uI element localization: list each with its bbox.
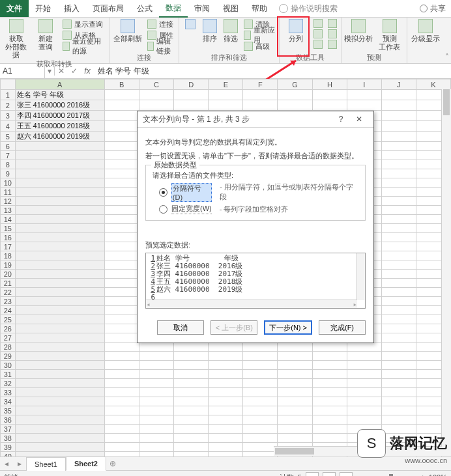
cell-C30[interactable]	[139, 361, 173, 370]
row-header-34[interactable]: 34	[1, 397, 16, 406]
cell-C37[interactable]	[139, 425, 173, 434]
name-box[interactable]: A1	[0, 64, 45, 78]
cell-A18[interactable]	[15, 251, 104, 260]
tab-formulas[interactable]: 公式	[130, 0, 159, 17]
cancel-button[interactable]: 取消	[157, 320, 204, 335]
cell-C1[interactable]	[139, 90, 173, 100]
row-header-30[interactable]: 30	[1, 361, 16, 370]
cell-F31[interactable]	[243, 370, 278, 379]
cell-B18[interactable]	[104, 251, 139, 260]
row-header-10[interactable]: 10	[1, 178, 16, 188]
col-header-H[interactable]: H	[312, 79, 347, 90]
cell-J29[interactable]	[381, 352, 416, 361]
cell-F34[interactable]	[243, 397, 278, 406]
cell-A32[interactable]	[15, 379, 104, 388]
cell-J6[interactable]	[381, 142, 416, 151]
cell-B12[interactable]	[104, 197, 139, 206]
cell-J8[interactable]	[381, 160, 416, 169]
cell-F29[interactable]	[243, 352, 278, 361]
what-if-analysis-button[interactable]: 模拟分析	[345, 19, 371, 43]
tab-insert[interactable]: 插入	[57, 0, 86, 17]
vertical-scrollbar[interactable]	[441, 89, 451, 456]
cell-A30[interactable]	[15, 361, 104, 370]
cell-E29[interactable]	[209, 352, 243, 361]
row-header-5[interactable]: 5	[1, 132, 16, 142]
row-header-40[interactable]: 40	[1, 452, 16, 457]
cell-G32[interactable]	[278, 379, 312, 388]
row-header-32[interactable]: 32	[1, 379, 16, 388]
share-button[interactable]: 共享	[420, 3, 446, 14]
cell-G29[interactable]	[278, 352, 312, 361]
cell-D35[interactable]	[174, 406, 209, 415]
row-header-37[interactable]: 37	[1, 425, 16, 434]
reapply-filter-button[interactable]: 重新应用	[244, 30, 275, 40]
sheet-tab-1[interactable]: Sheet1	[26, 457, 66, 471]
cell-H2[interactable]	[312, 100, 347, 111]
cell-C33[interactable]	[139, 388, 173, 397]
cancel-entry-button[interactable]	[55, 66, 68, 76]
cell-F40[interactable]	[243, 452, 278, 457]
cell-D34[interactable]	[174, 397, 209, 406]
cell-E30[interactable]	[209, 361, 243, 370]
advanced-filter-button[interactable]: 高级	[244, 41, 275, 51]
row-header-2[interactable]: 2	[1, 100, 16, 111]
row-header-6[interactable]: 6	[1, 142, 16, 151]
cell-C35[interactable]	[139, 406, 173, 415]
row-header-28[interactable]: 28	[1, 343, 16, 352]
cell-B5[interactable]	[104, 132, 139, 142]
cell-B25[interactable]	[104, 315, 139, 324]
page-break-view-button[interactable]	[340, 472, 353, 476]
cell-B26[interactable]	[104, 324, 139, 333]
cell-A35[interactable]	[15, 406, 104, 415]
data-validation-icon[interactable]	[313, 40, 323, 49]
cell-G37[interactable]	[278, 425, 312, 434]
cell-B15[interactable]	[104, 224, 139, 233]
col-header-C[interactable]: C	[139, 79, 173, 90]
cell-B20[interactable]	[104, 270, 139, 279]
cell-F35[interactable]	[243, 406, 278, 415]
row-header-1[interactable]: 1	[1, 90, 16, 100]
cell-A20[interactable]	[15, 270, 104, 279]
row-header-3[interactable]: 3	[1, 111, 16, 121]
radio-delimited[interactable]	[159, 188, 167, 197]
col-header-J[interactable]: J	[381, 79, 416, 90]
cell-C40[interactable]	[139, 452, 173, 457]
cell-E38[interactable]	[209, 434, 243, 443]
zoom-percent[interactable]: 100%	[429, 473, 447, 476]
tab-review[interactable]: 审阅	[188, 0, 216, 17]
consolidate-icon[interactable]	[328, 19, 337, 28]
next-button[interactable]: 下一步(N) >	[264, 320, 312, 335]
h-scroll-thumb[interactable]	[275, 448, 314, 455]
cell-D37[interactable]	[174, 425, 209, 434]
cell-G34[interactable]	[278, 397, 312, 406]
manage-data-model-icon[interactable]	[328, 40, 337, 49]
cell-D40[interactable]	[174, 452, 209, 457]
cell-A4[interactable]: 王五 41600000 2018级	[15, 121, 104, 132]
cell-A25[interactable]	[15, 315, 104, 324]
cell-F37[interactable]	[243, 425, 278, 434]
cell-B17[interactable]	[104, 242, 139, 251]
cell-G2[interactable]	[278, 100, 312, 111]
cell-C31[interactable]	[139, 370, 173, 379]
cell-B36[interactable]	[104, 415, 139, 425]
cell-A14[interactable]	[15, 215, 104, 224]
cell-J16[interactable]	[381, 233, 416, 242]
cell-B10[interactable]	[104, 178, 139, 188]
cell-I36[interactable]	[347, 415, 381, 425]
add-sheet-button[interactable]: ⊕	[106, 459, 119, 468]
cell-D2[interactable]	[174, 100, 209, 111]
tab-file[interactable]: 文件	[0, 0, 29, 17]
cell-B23[interactable]	[104, 297, 139, 306]
cell-D29[interactable]	[174, 352, 209, 361]
remove-duplicates-icon[interactable]	[313, 29, 323, 38]
row-header-8[interactable]: 8	[1, 160, 16, 169]
cell-H1[interactable]	[312, 90, 347, 100]
cell-A1[interactable]: 姓名 学号 年级	[15, 90, 104, 100]
cell-A22[interactable]	[15, 288, 104, 297]
cell-J28[interactable]	[381, 343, 416, 352]
cell-D32[interactable]	[174, 379, 209, 388]
cell-D31[interactable]	[174, 370, 209, 379]
recent-sources-button[interactable]: 最近使用的源	[63, 41, 105, 51]
get-external-data-button[interactable]: 获取 外部数据	[4, 19, 28, 59]
cell-C39[interactable]	[139, 443, 173, 452]
